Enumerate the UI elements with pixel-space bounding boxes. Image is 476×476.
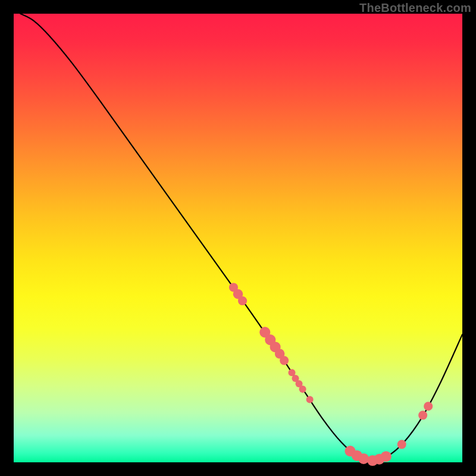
attribution-text: TheBottleneck.com bbox=[359, 1, 471, 15]
plot-area bbox=[14, 14, 462, 462]
data-dot bbox=[397, 440, 406, 449]
data-dot bbox=[299, 386, 306, 393]
data-dot bbox=[280, 356, 289, 365]
data-dot bbox=[238, 296, 247, 305]
data-dot bbox=[418, 411, 427, 419]
bottleneck-curve bbox=[20, 14, 462, 460]
data-dot bbox=[424, 402, 433, 411]
data-dots bbox=[229, 283, 433, 466]
chart-frame: TheBottleneck.com bbox=[0, 0, 476, 476]
chart-svg bbox=[14, 14, 462, 462]
data-dot bbox=[381, 451, 392, 462]
data-dot bbox=[306, 396, 314, 403]
data-dot bbox=[358, 453, 369, 464]
